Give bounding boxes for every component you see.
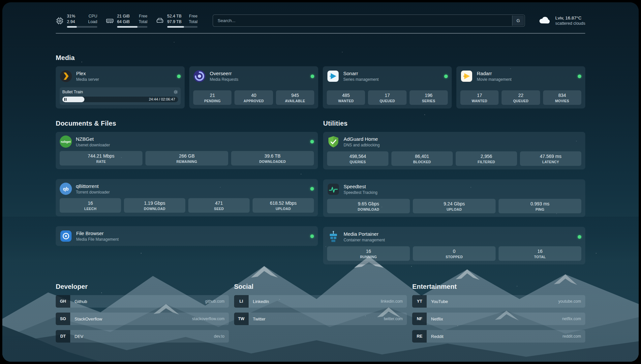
bookmark-group-entertainment: Entertainment YT YouTube youtube.com NF … xyxy=(412,283,585,343)
bookmark-twitter[interactable]: TW Twitter twitter.com xyxy=(234,313,407,325)
section-media: Media Plex Media server xyxy=(56,54,585,108)
cpu-widget: 31%CPU 2.94Load xyxy=(56,14,97,28)
service-card-plex[interactable]: Plex Media server Bullet Train xyxy=(56,66,185,108)
bookmark-url: github.com xyxy=(205,295,229,308)
service-name: Plex xyxy=(76,70,173,76)
bookmark-name: YouTube xyxy=(427,295,558,308)
service-description: Series management xyxy=(343,77,440,82)
bookmark-abbr: SO xyxy=(56,313,70,325)
disk-usage-bar xyxy=(167,26,198,28)
status-indicator xyxy=(310,234,314,238)
now-playing-title: Bullet Train xyxy=(62,90,83,94)
stat-rate: 744.21 MbpsRATE xyxy=(60,151,142,166)
service-name: Overseerr xyxy=(210,70,307,76)
search-provider-button[interactable]: G xyxy=(512,15,524,26)
service-description: Media server xyxy=(76,77,173,82)
bookmark-group-title: Entertainment xyxy=(412,283,585,290)
bookmark-abbr: YT xyxy=(412,295,427,308)
service-name: AdGuard Home xyxy=(344,136,581,142)
cpu-label-2: Load xyxy=(88,19,97,25)
bookmark-name: Github xyxy=(70,295,205,308)
disk-widget: 52.4 TBFree 97.9 TBTotal xyxy=(156,14,198,28)
stat-available: 945AVAILABLE xyxy=(276,90,314,105)
pause-icon[interactable] xyxy=(64,98,67,101)
bookmark-youtube[interactable]: YT YouTube youtube.com xyxy=(412,295,585,308)
status-indicator xyxy=(310,140,314,143)
stat-wanted: 17WANTED xyxy=(460,90,499,105)
bookmark-netflix[interactable]: NF Netflix netflix.com xyxy=(412,313,585,325)
stat-upload: 618.52 MbpsUPLOAD xyxy=(253,198,314,213)
service-card-adguard[interactable]: AdGuard Home DNS and adblocking 498,564Q… xyxy=(323,132,585,169)
snow-specks xyxy=(2,2,3,3)
memory-widget: 21 GiBFree 64 GiBTotal xyxy=(106,14,147,28)
cpu-load: 2.94 xyxy=(67,19,75,25)
stat-stopped: 0STOPPED xyxy=(413,246,496,261)
stat-leech: 16LEECH xyxy=(60,198,121,213)
overseerr-icon xyxy=(193,70,206,82)
search-bar: G xyxy=(213,15,525,27)
bookmark-dev[interactable]: DT DEV dev.to xyxy=(56,330,229,343)
bookmark-abbr: GH xyxy=(56,295,70,308)
service-card-nzbget[interactable]: nzbget NZBGet Usenet downloader 744.21 M… xyxy=(56,132,318,169)
disk-usage-fill xyxy=(167,26,184,28)
section-title-documents: Documents & Files xyxy=(56,120,318,127)
playback-progress-bar[interactable]: 24:44 / 02:06:47 xyxy=(62,97,178,102)
disk-label-2: Total xyxy=(189,19,198,25)
memory-free: 21 GiB xyxy=(117,14,130,19)
bookmark-github[interactable]: GH Github github.com xyxy=(56,295,229,308)
weather-condition: scattered clouds xyxy=(555,21,585,26)
service-description: Movie management xyxy=(477,77,574,82)
stat-seed: 471SEED xyxy=(188,198,250,213)
status-indicator xyxy=(578,75,581,78)
bookmark-stackoverflow[interactable]: SO StackOverflow stackoverflow.com xyxy=(56,313,229,325)
service-card-speedtest[interactable]: Speedtest Speedtest Tracking 9.65 GbpsDO… xyxy=(323,179,585,217)
bookmark-url: youtube.com xyxy=(558,295,585,308)
bookmark-linkedin[interactable]: LI LinkedIn linkedin.com xyxy=(234,295,407,308)
service-card-portainer[interactable]: Media Portainer Container management 16R… xyxy=(323,227,585,264)
bookmark-abbr: DT xyxy=(56,330,70,343)
service-card-overseerr[interactable]: Overseerr Media Requests 21PENDING 40APP… xyxy=(189,66,318,108)
cpu-usage-bar xyxy=(67,26,97,28)
section-title-utilities: Utilities xyxy=(323,120,585,127)
section-documents: Documents & Files nzbget NZBGet Usenet d… xyxy=(56,120,318,246)
status-indicator xyxy=(444,75,448,78)
bookmark-url: netflix.com xyxy=(562,313,585,325)
bookmark-group-title: Developer xyxy=(56,283,229,290)
service-card-radarr[interactable]: Radarr Movie management 17WANTED 22QUEUE… xyxy=(456,66,585,108)
plex-icon xyxy=(60,70,72,82)
memory-total: 64 GiB xyxy=(117,19,130,25)
stat-queries: 498,564QUERIES xyxy=(327,151,388,166)
memory-usage-bar xyxy=(117,26,147,28)
bookmark-url: dev.to xyxy=(214,330,229,343)
stat-movies: 834MOVIES xyxy=(543,90,581,105)
cpu-icon xyxy=(56,17,64,25)
service-description: Media File Management xyxy=(76,237,306,242)
bookmark-reddit[interactable]: RE Reddit reddit.com xyxy=(412,330,585,343)
bookmark-abbr: TW xyxy=(234,313,249,325)
bookmark-name: Reddit xyxy=(427,330,563,343)
service-description: Speedtest Tracking xyxy=(344,190,581,195)
speedtest-icon xyxy=(327,183,340,196)
disk-free: 52.4 TB xyxy=(167,14,182,19)
bookmark-name: LinkedIn xyxy=(249,295,381,308)
service-card-sonarr[interactable]: Sonarr Series management 485WANTED 17QUE… xyxy=(323,66,452,108)
weather-widget: Lviv, 16.87°C scattered clouds xyxy=(538,15,585,26)
search-input[interactable] xyxy=(213,15,525,27)
bookmark-group-title: Social xyxy=(234,283,407,290)
service-card-filebrowser[interactable]: File Browser Media File Management xyxy=(56,226,318,246)
portainer-icon xyxy=(327,230,340,243)
bookmark-abbr: LI xyxy=(234,295,249,308)
service-name: qBittorrent xyxy=(76,183,306,189)
memory-label-1: Free xyxy=(139,14,147,19)
gear-icon[interactable] xyxy=(173,90,178,94)
service-description: DNS and adblocking xyxy=(344,143,581,148)
filebrowser-icon xyxy=(60,230,72,242)
status-indicator xyxy=(311,75,314,78)
disk-icon xyxy=(156,17,164,25)
qbittorrent-icon: qb xyxy=(60,183,72,195)
nzbget-icon: nzbget xyxy=(60,136,72,148)
service-card-qbittorrent[interactable]: qb qBittorrent Torrent downloader 16LEEC… xyxy=(56,179,318,216)
plex-now-playing: Bullet Train 24:44 / 02:06:4 xyxy=(60,87,181,105)
cpu-label-1: CPU xyxy=(89,14,97,19)
bookmark-url: stackoverflow.com xyxy=(192,313,229,325)
